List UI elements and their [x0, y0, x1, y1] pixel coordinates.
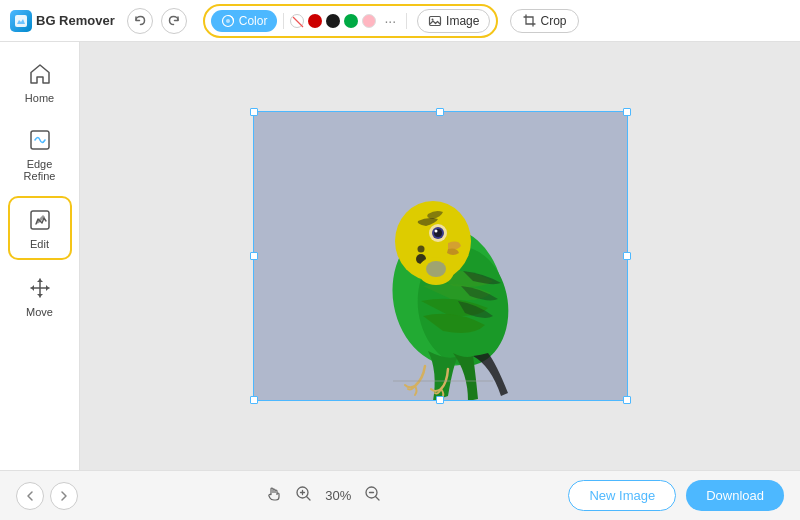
image-btn-label: Image [446, 14, 479, 28]
next-button[interactable] [50, 482, 78, 510]
sidebar-item-edge-refine[interactable]: Edge Refine [8, 118, 72, 190]
grab-icon [265, 485, 283, 503]
zoom-level: 30% [322, 488, 354, 503]
color-red[interactable] [308, 14, 322, 28]
bird-image [253, 111, 628, 401]
svg-point-14 [417, 246, 424, 253]
color-dark[interactable] [326, 14, 340, 28]
canvas-area [80, 42, 800, 470]
zoom-in-icon [295, 485, 312, 502]
move-icon [26, 274, 54, 302]
undo-icon [134, 15, 146, 27]
zoom-out-button[interactable] [362, 483, 383, 508]
color-pink[interactable] [362, 14, 376, 28]
redo-icon [168, 15, 180, 27]
sidebar-edit-label: Edit [30, 238, 49, 250]
topbar: BG Remover Color [0, 0, 800, 42]
home-icon [26, 60, 54, 88]
edit-icon [26, 206, 54, 234]
prev-button[interactable] [16, 482, 44, 510]
app-title: BG Remover [36, 13, 115, 28]
app-logo-icon [10, 10, 32, 32]
main-layout: Home Edge Refine Edit [0, 42, 800, 470]
undo-button[interactable] [127, 8, 153, 34]
crop-button[interactable]: Crop [510, 9, 579, 33]
svg-rect-4 [430, 16, 441, 25]
sidebar-item-edit[interactable]: Edit [8, 196, 72, 260]
image-canvas[interactable] [253, 111, 628, 401]
color-transparent[interactable] [290, 14, 304, 28]
sidebar: Home Edge Refine Edit [0, 42, 80, 470]
color-icon [221, 14, 235, 28]
sidebar-move-label: Move [26, 306, 53, 318]
sidebar-item-move[interactable]: Move [8, 266, 72, 326]
color-tool-button[interactable]: Color [211, 10, 278, 32]
bottom-actions: New Image Download [568, 480, 784, 511]
divider [283, 13, 284, 29]
color-green[interactable] [344, 14, 358, 28]
crop-btn-label: Crop [540, 14, 566, 28]
sidebar-item-home[interactable]: Home [8, 52, 72, 112]
svg-rect-0 [15, 15, 27, 27]
sidebar-home-label: Home [25, 92, 54, 104]
new-image-button[interactable]: New Image [568, 480, 676, 511]
app-logo: BG Remover [10, 10, 115, 32]
sidebar-edge-refine-label: Edge Refine [18, 158, 62, 182]
bottom-nav [16, 482, 78, 510]
chevron-right-icon [58, 490, 70, 502]
grab-tool-button[interactable] [263, 483, 285, 509]
svg-point-2 [226, 19, 230, 23]
chevron-left-icon [24, 490, 36, 502]
download-button[interactable]: Download [686, 480, 784, 511]
image-tool-button[interactable]: Image [417, 9, 490, 33]
zoom-out-icon [364, 485, 381, 502]
edge-refine-icon [26, 126, 54, 154]
redo-button[interactable] [161, 8, 187, 34]
zoom-controls: 30% [263, 483, 383, 509]
more-colors-button[interactable]: ··· [380, 11, 400, 31]
svg-point-5 [432, 18, 434, 20]
svg-line-3 [293, 17, 303, 27]
bottombar: 30% New Image Download [0, 470, 800, 520]
zoom-in-button[interactable] [293, 483, 314, 508]
divider2 [406, 13, 407, 29]
svg-point-20 [426, 261, 446, 277]
crop-icon [523, 14, 536, 27]
transparent-icon [291, 15, 305, 29]
image-icon [428, 14, 442, 28]
svg-point-18 [434, 230, 437, 233]
color-btn-label: Color [239, 14, 268, 28]
toolbar-group: Color ··· Image [203, 4, 499, 38]
